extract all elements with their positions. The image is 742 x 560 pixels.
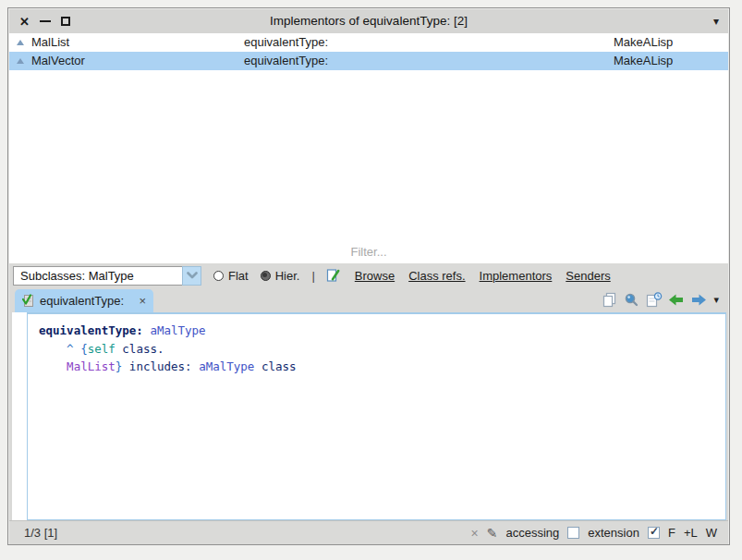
class-name: MalVector <box>31 52 85 70</box>
class-name: MalList <box>31 33 69 52</box>
copy-icon[interactable] <box>601 291 618 309</box>
window-title: Implementors of equivalentType: [2] <box>9 9 728 33</box>
senders-link[interactable]: Senders <box>566 269 610 283</box>
window-menu-icon[interactable]: ▾ <box>713 9 719 33</box>
code-text-area[interactable]: equivalentType: aMalType ^ {self class. … <box>27 312 726 520</box>
override-arrow-icon <box>17 58 24 64</box>
back-icon[interactable] <box>667 291 685 309</box>
filter-input[interactable]: Filter... <box>9 245 728 259</box>
f-checkbox[interactable] <box>648 527 660 539</box>
package-name: MakeALisp <box>614 52 673 70</box>
browse-icon <box>326 268 341 283</box>
tab-equivalenttype[interactable]: equivalentType: × <box>15 289 153 312</box>
status-bar: 1/3 [1] × ✎ accessing extension F +L W <box>9 520 728 544</box>
method-icon <box>22 294 34 308</box>
code-editor: equivalentType: aMalType ^ {self class. … <box>12 312 726 520</box>
flag-plus-l[interactable]: +L <box>684 526 698 540</box>
radio-hier-circle[interactable] <box>261 271 271 281</box>
radio-flat[interactable]: Flat <box>213 269 249 283</box>
selector-name: equivalentType: <box>244 52 328 70</box>
protocol-label: accessing <box>505 526 559 540</box>
browse-link[interactable]: Browse <box>355 269 395 283</box>
scope-combobox[interactable]: Subclasses: MalType <box>13 266 182 286</box>
results-list[interactable]: MalListequivalentType:MakeALispMalVector… <box>9 33 728 263</box>
toolbar-separator: | <box>311 269 314 283</box>
flag-f: F <box>668 526 675 540</box>
flag-w[interactable]: W <box>706 526 717 540</box>
extension-checkbox[interactable] <box>567 527 579 539</box>
class-refs-link[interactable]: Class refs. <box>408 269 465 283</box>
status-right-group: × ✎ accessing extension F +L W <box>471 526 717 540</box>
search-icon[interactable] <box>623 291 640 309</box>
editor-actions: ▾ <box>601 287 719 312</box>
extension-label: extension <box>588 526 639 540</box>
clear-protocol-icon[interactable]: × <box>471 527 479 540</box>
title-bar[interactable]: ✕ Implementors of equivalentType: [2] ▾ <box>9 9 728 33</box>
forward-icon[interactable] <box>689 291 707 309</box>
code-area: equivalentType: aMalType ^ {self class. … <box>39 322 297 376</box>
implementors-window: ✕ Implementors of equivalentType: [2] ▾ … <box>7 7 730 545</box>
override-arrow-icon <box>17 40 24 45</box>
tab-menu-icon[interactable]: ▾ <box>713 294 719 306</box>
radio-flat-label: Flat <box>228 269 249 283</box>
list-item[interactable]: MalVectorequivalentType:MakeALisp <box>9 52 728 70</box>
tab-bar: equivalentType: × <box>9 287 728 312</box>
scope-dropdown-button[interactable] <box>182 266 201 286</box>
radio-hier-label: Hier. <box>275 269 300 283</box>
edit-pencil-icon[interactable]: ✎ <box>487 527 498 540</box>
implementors-link[interactable]: Implementors <box>480 269 553 283</box>
cursor-position: 1/3 [1] <box>24 526 57 540</box>
list-item[interactable]: MalListequivalentType:MakeALisp <box>9 33 728 52</box>
browser-toolbar: Subclasses: MalType Flat Hier. | <box>9 263 728 287</box>
radio-flat-circle[interactable] <box>213 271 224 281</box>
chevron-down-icon <box>187 272 198 279</box>
tab-label: equivalentType: <box>40 294 124 308</box>
history-icon[interactable] <box>645 291 663 309</box>
package-name: MakeALisp <box>614 33 673 52</box>
tab-close-icon[interactable]: × <box>139 295 146 307</box>
selector-name: equivalentType: <box>244 33 328 52</box>
radio-hier[interactable]: Hier. <box>261 269 300 283</box>
desktop: ✕ Implementors of equivalentType: [2] ▾ … <box>0 0 742 560</box>
